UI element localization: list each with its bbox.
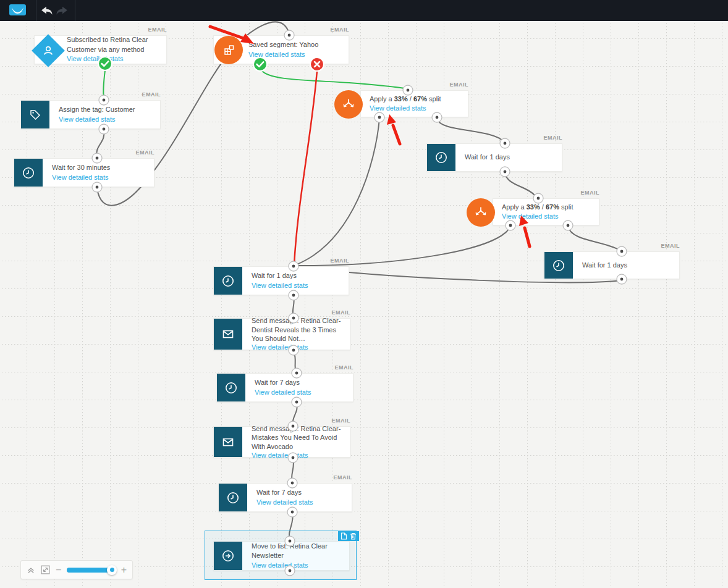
category-label: EMAIL	[332, 309, 351, 316]
node-title: Wait for 30 minutes	[52, 163, 110, 172]
node-wait-1-days-a[interactable]: Wait for 1 days	[426, 143, 562, 172]
split-percent: 33%	[394, 95, 408, 103]
header-divider	[36, 0, 36, 21]
zoom-in-button[interactable]: +	[121, 565, 127, 576]
node-wait-7-days-2[interactable]: Wait for 7 days View detailed stats	[218, 483, 352, 512]
split-icon	[334, 90, 363, 119]
view-detailed-stats-link[interactable]: View detailed stats	[252, 451, 344, 460]
category-label: EMAIL	[335, 364, 354, 371]
split-percent: 67%	[546, 203, 559, 211]
zoom-toolbar: − +	[20, 560, 133, 579]
split-title-part: /	[408, 95, 413, 103]
split-title-part: Apply a	[370, 95, 394, 103]
node-title: Apply a 33% / 67% split	[502, 203, 574, 212]
node-wait-30-minutes[interactable]: Wait for 30 minutes View detailed stats	[14, 158, 154, 187]
node-title: Wait for 7 days	[256, 488, 313, 497]
category-label: EMAIL	[331, 258, 350, 264]
view-detailed-stats-link[interactable]: View detailed stats	[255, 388, 311, 397]
view-detailed-stats-link[interactable]: View detailed stats	[248, 50, 318, 59]
split-title-part: Apply a	[502, 203, 527, 211]
back-arrow-icon[interactable]	[40, 4, 53, 17]
category-label: EMAIL	[544, 135, 563, 141]
node-split-1[interactable]: Apply a 33% / 67% split View detailed st…	[360, 90, 468, 117]
clock-icon	[14, 159, 43, 187]
view-detailed-stats-link[interactable]: View detailed stats	[370, 104, 441, 113]
view-detailed-stats-link[interactable]: View detailed stats	[52, 173, 110, 182]
node-title: Subscribed to Retina Clear Customer via …	[67, 35, 160, 54]
zoom-slider-fill	[67, 568, 112, 573]
category-label: EMAIL	[148, 27, 167, 33]
node-wait-1-days-b[interactable]: Wait for 1 days	[544, 251, 680, 279]
split-title-part: /	[540, 203, 546, 211]
category-label: EMAIL	[581, 190, 600, 196]
split-title-part: split	[559, 203, 574, 211]
fullscreen-button[interactable]	[41, 565, 50, 574]
zoom-slider[interactable]	[67, 568, 115, 573]
clock-icon	[427, 144, 455, 171]
view-detailed-stats-link[interactable]: View detailed stats	[502, 212, 574, 221]
category-label: EMAIL	[331, 27, 350, 33]
segment-icon	[214, 36, 243, 64]
node-title: Assign the tag: Customer	[59, 105, 135, 114]
email-icon	[214, 319, 242, 350]
node-title: Wait for 1 days	[465, 153, 510, 162]
node-title: Send message: Retina Clear-Mistakes You …	[252, 424, 344, 451]
node-selection-outline	[205, 531, 357, 580]
node-title: Apply a 33% / 67% split	[370, 94, 441, 104]
forward-arrow-icon[interactable]	[56, 4, 69, 17]
email-icon	[214, 427, 242, 457]
node-assign-tag[interactable]: Assign the tag: Customer View detailed s…	[20, 100, 161, 129]
category-label: EMAIL	[334, 474, 353, 481]
split-percent: 67%	[413, 95, 427, 103]
workflow-canvas-app: EMAIL Subscribed to Retina Clear Custome…	[0, 0, 728, 588]
double-chevron-up-icon	[27, 566, 35, 574]
header-divider	[75, 0, 75, 21]
node-send-message-dentist[interactable]: Send message: Retina Clear-Dentist Revea…	[213, 318, 350, 350]
node-send-message-avocado[interactable]: Send message: Retina Clear-Mistakes You …	[213, 426, 350, 458]
view-detailed-stats-link[interactable]: View detailed stats	[67, 54, 160, 64]
top-navigation-bar	[0, 0, 728, 21]
zoom-out-button[interactable]: −	[56, 565, 61, 576]
collapse-panel-button[interactable]	[27, 566, 35, 574]
node-wait-7-days-1[interactable]: Wait for 7 days View detailed stats	[216, 373, 353, 402]
node-title: Send message: Retina Clear-Dentist Revea…	[252, 316, 344, 343]
tag-icon	[21, 101, 49, 128]
category-label: EMAIL	[450, 82, 469, 88]
clock-icon	[544, 252, 573, 279]
node-title: Wait for 1 days	[582, 261, 627, 270]
category-label: EMAIL	[136, 149, 155, 156]
view-detailed-stats-link[interactable]: View detailed stats	[256, 498, 313, 507]
person-icon	[41, 43, 56, 58]
view-detailed-stats-link[interactable]: View detailed stats	[252, 281, 308, 290]
zoom-slider-handle[interactable]	[107, 565, 117, 575]
drip-envelope-logo[interactable]	[9, 4, 26, 15]
view-detailed-stats-link[interactable]: View detailed stats	[252, 343, 344, 351]
node-wait-1-days-center[interactable]: Wait for 1 days View detailed stats	[213, 266, 349, 295]
category-label: EMAIL	[661, 243, 680, 249]
category-label: EMAIL	[332, 418, 351, 424]
category-label: EMAIL	[142, 91, 161, 98]
split-title-part: split	[427, 95, 441, 103]
split-percent: 33%	[527, 203, 540, 211]
clock-icon	[217, 374, 245, 401]
node-title: Wait for 1 days	[252, 271, 308, 280]
view-detailed-stats-link[interactable]: View detailed stats	[59, 115, 135, 124]
split-icon	[467, 198, 495, 227]
node-title: Wait for 7 days	[255, 378, 311, 387]
node-split-2[interactable]: Apply a 33% / 67% split View detailed st…	[493, 198, 599, 225]
clock-icon	[214, 267, 242, 295]
node-title: Saved segment: Yahoo	[248, 40, 318, 49]
expand-icon	[41, 565, 50, 574]
clock-icon	[219, 484, 247, 511]
